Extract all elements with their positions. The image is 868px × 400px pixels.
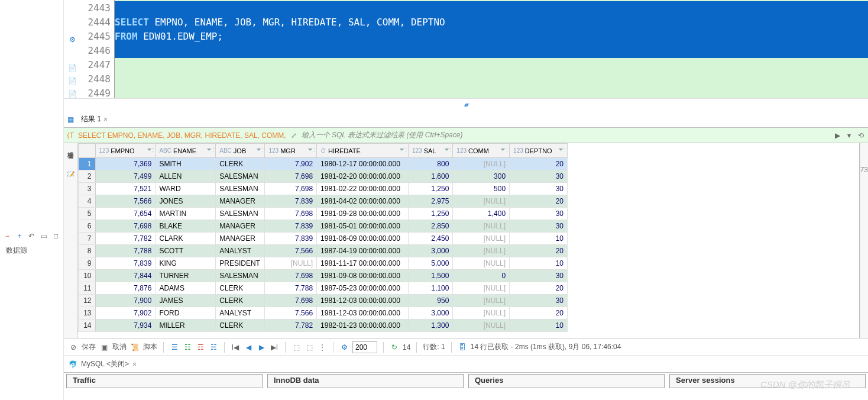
cell[interactable]: 20	[510, 245, 568, 257]
close-icon[interactable]: ×	[103, 115, 108, 124]
cell[interactable]: CLERK	[216, 158, 265, 170]
last-page-icon[interactable]: ▶I	[270, 343, 279, 352]
cell[interactable]: 30	[510, 208, 568, 220]
cell[interactable]: 7,369	[95, 158, 156, 170]
sql-icon[interactable]: ⟨T	[64, 131, 77, 140]
cell[interactable]: 1981-11-17 00:00:00.000	[317, 257, 409, 270]
cell[interactable]: [NULL]	[453, 220, 510, 233]
col-EMPNO[interactable]: 123EMPNO⏷:	[95, 144, 156, 158]
undo-icon[interactable]: ↶	[28, 231, 35, 241]
table-row[interactable]: 77,782CLARKMANAGER7,8391981-06-09 00:00:…	[79, 233, 568, 245]
cell[interactable]: SALESMAN	[216, 170, 265, 183]
cell[interactable]: ADAMS	[156, 282, 216, 295]
script-button[interactable]: 脚本	[143, 342, 157, 352]
check-icon[interactable]: ⊘	[69, 343, 78, 352]
prev-page-icon[interactable]: ◀	[244, 343, 253, 352]
filter-sql[interactable]: SELECT EMPNO, ENAME, JOB, MGR, HIREDATE,…	[77, 131, 287, 140]
cell[interactable]: MARTIN	[156, 208, 216, 220]
cell[interactable]: 7,698	[265, 170, 317, 183]
cell[interactable]: 7,521	[95, 183, 156, 195]
cell[interactable]: FORD	[156, 307, 216, 320]
cell[interactable]: 7,876	[95, 282, 156, 295]
first-page-icon[interactable]: I◀	[231, 343, 240, 352]
cell[interactable]: 2,975	[408, 195, 452, 208]
cell[interactable]: 1,600	[408, 170, 452, 183]
cell[interactable]: 7,566	[265, 307, 317, 320]
cell[interactable]: SALESMAN	[216, 208, 265, 220]
panel-traffic[interactable]: Traffic	[66, 374, 263, 388]
cell[interactable]: 7,900	[95, 295, 156, 307]
cell[interactable]: [NULL]	[265, 257, 317, 270]
cell[interactable]: CLERK	[216, 320, 265, 332]
window-icon[interactable]: ▭	[40, 231, 48, 241]
text-mode-icon[interactable]: 📝	[67, 171, 75, 178]
row-number[interactable]: 9	[79, 257, 96, 270]
cell[interactable]: CLERK	[216, 295, 265, 307]
cell[interactable]: 30	[510, 270, 568, 282]
cell[interactable]: 0	[453, 270, 510, 282]
history-icon[interactable]: ▾	[844, 131, 854, 140]
cell[interactable]: SALESMAN	[216, 270, 265, 282]
row-number[interactable]: 7	[79, 233, 96, 245]
cell[interactable]: 1981-12-03 00:00:00.000	[317, 295, 409, 307]
apply-icon[interactable]: ▶	[833, 131, 842, 140]
cancel-button[interactable]: 取消	[112, 342, 127, 352]
cell[interactable]: 20	[510, 307, 568, 320]
table-row[interactable]: 107,844TURNERSALESMAN7,6981981-09-08 00:…	[79, 270, 568, 282]
import-icon[interactable]: ⬚	[305, 343, 314, 352]
cell[interactable]: 1987-05-23 00:00:00.000	[317, 282, 409, 295]
cell[interactable]: JAMES	[156, 295, 216, 307]
cell[interactable]: 30	[510, 220, 568, 233]
cell[interactable]: 10	[510, 233, 568, 245]
cell[interactable]: 7,844	[95, 270, 156, 282]
cell[interactable]: ALLEN	[156, 170, 216, 183]
cell[interactable]: 7,499	[95, 170, 156, 183]
cell[interactable]: MANAGER	[216, 220, 265, 233]
cell[interactable]: 7,698	[265, 183, 317, 195]
add-row-icon[interactable]: ☷	[183, 343, 192, 352]
cell[interactable]: BLAKE	[156, 220, 216, 233]
cell[interactable]: 10	[510, 320, 568, 332]
gear-icon[interactable]: ⚙	[67, 36, 77, 44]
cell[interactable]: TURNER	[156, 270, 216, 282]
row-number[interactable]: 2	[79, 170, 96, 183]
cell[interactable]: PRESIDENT	[216, 257, 265, 270]
sql-editor[interactable]: ⚙ 📄 📄 📄 2443 2444 2445 2446 2447 2448 24…	[64, 0, 868, 98]
cancel-icon[interactable]: ▣	[99, 343, 109, 352]
cell[interactable]: 950	[408, 295, 452, 307]
table-row[interactable]: 27,499ALLENSALESMAN7,6981981-02-20 00:00…	[79, 170, 568, 183]
cell[interactable]: 1981-02-20 00:00:00.000	[317, 170, 409, 183]
table-row[interactable]: 87,788SCOTTANALYST7,5661987-04-19 00:00:…	[79, 245, 568, 257]
cell[interactable]: MANAGER	[216, 233, 265, 245]
table-row[interactable]: 57,654MARTINSALESMAN7,6981981-09-28 00:0…	[79, 208, 568, 220]
cell[interactable]: SMITH	[156, 158, 216, 170]
filter-hint[interactable]: 输入一个 SQL 表达式来过滤结果 (使用 Ctrl+Space)	[300, 130, 833, 140]
cell[interactable]: [NULL]	[453, 245, 510, 257]
cell[interactable]: 30	[510, 295, 568, 307]
cell[interactable]: 1981-12-03 00:00:00.000	[317, 307, 409, 320]
code-area[interactable]: SELECT EMPNO, ENAME, JOB, MGR, HIREDATE,…	[115, 0, 868, 98]
cell[interactable]: 7,902	[265, 158, 317, 170]
cell[interactable]: 500	[453, 183, 510, 195]
row-number[interactable]: 5	[79, 208, 96, 220]
cell[interactable]: 1981-06-09 00:00:00.000	[317, 233, 409, 245]
duplicate-row-icon[interactable]: ☵	[209, 343, 218, 352]
cell[interactable]: 2,850	[408, 220, 452, 233]
cell[interactable]: SCOTT	[156, 245, 216, 257]
col-DEPTNO[interactable]: 123DEPTNO⏷:	[510, 144, 568, 158]
file-alt-icon[interactable]: 📄	[67, 90, 77, 98]
col-MGR[interactable]: 123MGR⏷:	[265, 144, 317, 158]
cell[interactable]: MILLER	[156, 320, 216, 332]
cell[interactable]: 7,839	[265, 195, 317, 208]
cell[interactable]: 7,782	[265, 320, 317, 332]
next-page-icon[interactable]: ▶	[257, 343, 266, 352]
col-SAL[interactable]: 123SAL⏷:	[408, 144, 452, 158]
row-number[interactable]: 4	[79, 195, 96, 208]
table-row[interactable]: 37,521WARDSALESMAN7,6981981-02-22 00:00:…	[79, 183, 568, 195]
panel-queries[interactable]: Queries	[468, 374, 665, 388]
cell[interactable]: CLARK	[156, 233, 216, 245]
row-number[interactable]: 13	[79, 307, 96, 320]
cell[interactable]: [NULL]	[453, 295, 510, 307]
clear-icon[interactable]: ⟲	[856, 131, 866, 140]
cell[interactable]: 7,782	[95, 233, 156, 245]
